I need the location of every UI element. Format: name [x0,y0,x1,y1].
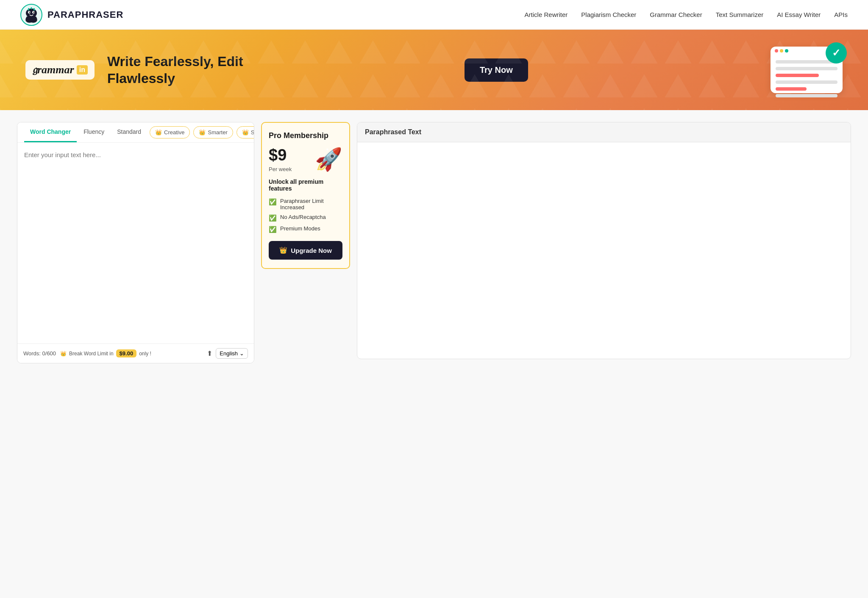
crown-icon-footer: 👑 [60,351,67,357]
check-icon-2: ✅ [269,214,277,222]
tab-smarter[interactable]: 👑 Smarter [193,126,233,138]
crown-icon-shorten: 👑 [242,129,249,136]
pro-price-block: $9 Per week [269,146,292,172]
doc-line-3 [776,80,837,84]
in-badge: in [77,65,88,75]
nav-text-summarizer[interactable]: Text Summarizer [716,11,764,18]
banner-check-icon: ✓ [826,42,847,64]
svg-point-4 [29,11,31,13]
pro-feature-2: ✅ No Ads/Recaptcha [269,214,342,222]
pro-panel: Pro Membership $9 Per week 🚀 Unlock all … [261,122,350,269]
main-content: Word Changer Fluency Standard 👑 Creative… [0,110,868,375]
upload-icon[interactable]: ⬆ [207,349,212,357]
logo[interactable]: PARAPHRASER [20,4,123,26]
pro-features-list: ✅ Paraphraser Limit Increased ✅ No Ads/R… [269,198,342,233]
banner-doc: ✓ [771,47,843,93]
output-panel: Paraphrased Text [357,122,851,359]
doc-line-red-1 [776,74,819,77]
crown-icon-smarter: 👑 [199,129,206,136]
banner-left: 𝔤rammar in Write Fearlessly, Edit Flawle… [25,53,243,87]
doc-line-2 [776,67,837,70]
upgrade-now-button[interactable]: 👑 Upgrade Now [269,241,342,260]
nav-article-rewriter[interactable]: Article Rewriter [525,11,568,18]
banner-dots [775,49,788,53]
text-input[interactable] [17,143,254,342]
dot-yellow [780,49,783,53]
tab-standard[interactable]: Standard [111,122,147,142]
check-icon-3: ✅ [269,226,277,233]
doc-line-1 [776,60,837,64]
language-select[interactable]: English ⌄ [216,348,248,359]
nav-ai-essay-writer[interactable]: AI Essay Writer [777,11,821,18]
dot-red [775,49,778,53]
tab-fluency[interactable]: Fluency [78,122,110,142]
banner-cta-button[interactable]: Try Now [465,58,528,82]
output-panel-body [357,142,851,346]
pro-price-row: $9 Per week 🚀 [269,146,342,172]
svg-rect-7 [33,8,35,11]
pro-feature-3: ✅ Premium Modes [269,225,342,233]
nav-grammar-checker[interactable]: Grammar Checker [650,11,702,18]
pro-per-week: Per week [269,166,292,172]
output-panel-header: Paraphrased Text [357,122,851,142]
pro-unlock-text: Unlock all premium features [269,178,342,192]
logo-text: PARAPHRASER [47,9,123,20]
tabs: Word Changer Fluency Standard 👑 Creative… [17,122,254,143]
banner: 𝔤rammar in Write Fearlessly, Edit Flawle… [0,30,868,110]
svg-point-5 [33,11,35,13]
rocket-icon: 🚀 [315,147,342,172]
check-icon-1: ✅ [269,198,277,206]
banner-right: ✓ [749,42,843,97]
footer-right: ⬆ English ⌄ [207,348,248,359]
nav-plagiarism-checker[interactable]: Plagiarism Checker [581,11,636,18]
svg-rect-8 [31,7,32,9]
chevron-icon: ⌄ [239,350,244,357]
word-count: Words: 0/600 [23,350,56,357]
svg-point-1 [26,8,37,18]
doc-line-4 [776,94,837,97]
grammar-text: 𝔤rammar [32,64,74,76]
pro-price: $9 [269,146,292,164]
text-area-wrapper [17,143,254,343]
tab-creative[interactable]: 👑 Creative [150,126,190,138]
tab-word-changer[interactable]: Word Changer [24,122,77,142]
main-nav: Article Rewriter Plagiarism Checker Gram… [525,11,848,18]
logo-icon [20,4,42,26]
panel-footer: Words: 0/600 👑 Break Word Limit in $9.00… [17,343,254,363]
upgrade-inline: 👑 Break Word Limit in $9.00 only ! [60,349,151,357]
grammar-badge: 𝔤rammar in [25,60,95,80]
svg-rect-6 [28,8,29,11]
crown-icon-creative: 👑 [155,129,162,136]
dot-green [785,49,788,53]
header: PARAPHRASER Article Rewriter Plagiarism … [0,0,868,30]
pro-title: Pro Membership [269,131,342,140]
pro-feature-1: ✅ Paraphraser Limit Increased [269,198,342,210]
tab-shorten[interactable]: 👑 Shorten [236,126,254,138]
left-panel: Word Changer Fluency Standard 👑 Creative… [17,122,254,363]
price-badge[interactable]: $9.00 [116,349,137,357]
nav-apis[interactable]: APIs [834,11,848,18]
banner-headline: Write Fearlessly, Edit Flawlessly [107,53,243,87]
crown-icon-upgrade: 👑 [279,246,287,254]
doc-line-red-2 [776,87,807,91]
